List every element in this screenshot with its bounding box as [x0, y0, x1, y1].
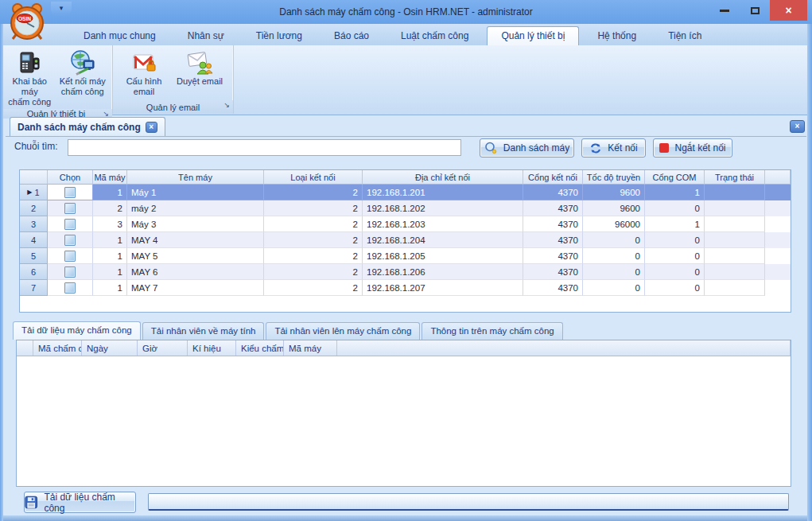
row-indicator[interactable]: 4: [20, 232, 48, 248]
quick-access-chevron-icon[interactable]: ▾: [51, 2, 72, 16]
table-cell[interactable]: 1: [93, 264, 127, 280]
row-checkbox[interactable]: [64, 235, 76, 246]
table-cell[interactable]: 4370: [523, 216, 583, 232]
khai-bao-may-cham-cong-button[interactable]: Khai báo máy chấm công: [3, 48, 56, 109]
duyet-email-button[interactable]: Duyệt email: [172, 48, 227, 88]
ket-noi-button[interactable]: Kết nối: [581, 138, 646, 157]
table-cell[interactable]: [48, 185, 93, 200]
table-cell[interactable]: máy 2: [127, 200, 264, 216]
column-header[interactable]: Cổng kết nối: [523, 170, 583, 185]
column-header[interactable]: [20, 170, 48, 185]
table-cell[interactable]: 0: [645, 200, 705, 216]
table-cell[interactable]: 0: [583, 264, 645, 280]
detail-column-header[interactable]: Mã chấm c...: [33, 340, 82, 356]
row-checkbox[interactable]: [64, 203, 76, 214]
cau-hinh-email-button[interactable]: Cấu hình email: [116, 48, 172, 99]
table-cell[interactable]: 1: [93, 280, 127, 296]
table-cell[interactable]: Máy 1: [127, 185, 264, 200]
tab-tai-nhan-vien-len-may-cham-cong[interactable]: Tải nhân viên lên máy chấm công: [266, 322, 420, 340]
table-cell[interactable]: 192.168.1.207: [363, 280, 523, 296]
table-cell[interactable]: 192.168.1.206: [363, 264, 523, 280]
tabstrip-close-button[interactable]: ×: [790, 120, 805, 133]
detail-column-header[interactable]: [17, 340, 33, 356]
row-checkbox[interactable]: [64, 187, 76, 198]
table-cell[interactable]: 2: [264, 216, 363, 232]
table-cell[interactable]: 0: [583, 248, 645, 264]
table-cell[interactable]: 2: [93, 200, 127, 216]
ribbon-tab-nhan-su[interactable]: Nhân sự: [174, 27, 238, 45]
detail-column-header[interactable]: Ngày: [82, 340, 138, 356]
table-row[interactable]: 22máy 22192.168.1.202437096000: [20, 200, 791, 216]
table-cell[interactable]: 192.168.1.203: [363, 216, 523, 232]
table-cell[interactable]: [48, 264, 93, 280]
table-cell[interactable]: 0: [583, 280, 645, 296]
row-checkbox[interactable]: [64, 266, 76, 278]
row-indicator[interactable]: 2: [20, 200, 48, 216]
table-cell[interactable]: MAY 6: [127, 264, 264, 280]
table-cell[interactable]: 192.168.1.202: [363, 200, 523, 216]
search-input[interactable]: [68, 139, 461, 156]
detail-column-header[interactable]: Giờ: [138, 340, 188, 356]
table-row[interactable]: 61MAY 62192.168.1.206437000: [20, 264, 791, 280]
table-cell[interactable]: 2: [264, 200, 363, 216]
table-cell[interactable]: 0: [583, 232, 645, 248]
table-cell[interactable]: 4370: [523, 185, 583, 200]
app-logo-clock-icon[interactable]: OSIN: [6, 2, 48, 44]
table-cell[interactable]: [705, 232, 765, 248]
row-checkbox[interactable]: [64, 219, 76, 230]
ribbon-tab-luat-cham-cong[interactable]: Luật chấm công: [387, 27, 482, 45]
table-row[interactable]: 41MAY 42192.168.1.204437000: [20, 232, 791, 248]
column-header[interactable]: Chọn: [48, 170, 93, 185]
table-cell[interactable]: 96000: [583, 216, 645, 232]
table-cell[interactable]: 2: [264, 248, 363, 264]
column-header[interactable]: Tên máy: [127, 170, 264, 185]
close-button[interactable]: ×: [770, 0, 807, 21]
row-indicator[interactable]: 3: [20, 216, 48, 232]
table-cell[interactable]: 4370: [523, 264, 583, 280]
dialog-launcher-icon[interactable]: ↘: [223, 101, 230, 109]
ribbon-tab-danh-muc-chung[interactable]: Danh mục chung: [70, 27, 169, 45]
table-cell[interactable]: 2: [264, 232, 363, 248]
table-cell[interactable]: 192.168.1.201: [363, 185, 523, 200]
detail-column-header[interactable]: Kiểu chấm: [236, 340, 284, 356]
table-cell[interactable]: 9600: [583, 185, 645, 200]
row-checkbox[interactable]: [64, 251, 76, 262]
column-header[interactable]: Cổng COM: [645, 170, 705, 185]
table-cell[interactable]: 0: [645, 232, 705, 248]
table-cell[interactable]: 2: [264, 280, 363, 296]
table-cell[interactable]: 1: [93, 232, 127, 248]
table-cell[interactable]: MAY 4: [127, 232, 264, 248]
table-cell[interactable]: [705, 185, 765, 200]
table-row[interactable]: 71MAY 72192.168.1.207437000: [20, 280, 791, 296]
table-cell[interactable]: 4370: [523, 232, 583, 248]
tab-tai-nhan-vien-ve-may-tinh[interactable]: Tải nhân viên về máy tính: [142, 322, 265, 340]
table-cell[interactable]: [48, 200, 93, 216]
table-cell[interactable]: 0: [645, 248, 705, 264]
column-header[interactable]: Mã máy: [93, 170, 127, 185]
table-row[interactable]: ▶11Máy 12192.168.1.201437096001: [20, 185, 791, 200]
table-cell[interactable]: [705, 280, 765, 296]
table-cell[interactable]: MAY 5: [127, 248, 264, 264]
row-checkbox[interactable]: [64, 282, 76, 294]
table-cell[interactable]: MAY 7: [127, 280, 264, 296]
table-cell[interactable]: [705, 200, 765, 216]
row-indicator[interactable]: 7: [20, 280, 48, 296]
table-cell[interactable]: 1: [645, 185, 705, 200]
table-cell[interactable]: 192.168.1.204: [363, 232, 523, 248]
tab-danh-sach-may-cham-cong[interactable]: Danh sách máy chấm công ×: [10, 117, 165, 136]
table-cell[interactable]: Máy 3: [127, 216, 264, 232]
table-cell[interactable]: 1: [93, 248, 127, 264]
row-indicator[interactable]: ▶1: [20, 185, 48, 200]
table-cell[interactable]: 9600: [583, 200, 645, 216]
table-cell[interactable]: 4370: [523, 248, 583, 264]
table-cell[interactable]: 4370: [523, 280, 583, 296]
row-indicator[interactable]: 6: [20, 264, 48, 280]
ngat-ket-noi-button[interactable]: Ngắt kết nối: [653, 138, 732, 157]
tai-du-lieu-cham-cong-button[interactable]: Tải dữ liệu chấm công: [24, 492, 136, 513]
table-cell[interactable]: [48, 232, 93, 248]
table-cell[interactable]: 4370: [523, 200, 583, 216]
ribbon-tab-tien-ich[interactable]: Tiện ích: [655, 27, 715, 45]
table-cell[interactable]: 0: [645, 280, 705, 296]
tab-tai-du-lieu-may-cham-cong[interactable]: Tải dữ liệu máy chấm công: [13, 321, 141, 340]
table-cell[interactable]: [48, 280, 93, 296]
